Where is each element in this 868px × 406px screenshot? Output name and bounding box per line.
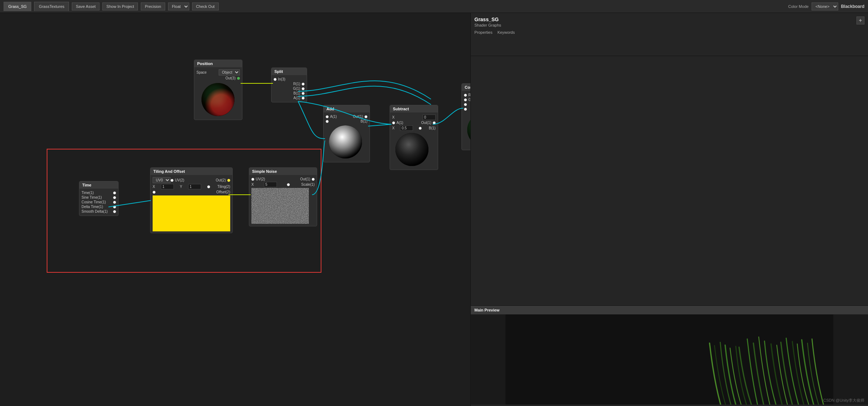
subtract-out-port[interactable] (433, 121, 436, 124)
split-r-port[interactable] (302, 83, 305, 86)
precision-button[interactable]: Precision (141, 3, 165, 10)
combine-r-row: R(1) RGB(3) (464, 93, 470, 97)
checkout-button[interactable]: Check Out (192, 3, 219, 10)
nav-links: Properties Keywords (474, 30, 864, 34)
split-g-row: G(1) (274, 87, 305, 91)
combine-a-row: A(1) (464, 107, 470, 111)
subtract-x-input[interactable] (423, 115, 436, 120)
split-node-body: In(3) R(1) G(1) B(1) A(1) (271, 75, 307, 102)
split-node-header: Split (271, 68, 307, 75)
svg-point-7 (395, 133, 428, 166)
right-panel-title: Grass_SG (474, 17, 864, 22)
split-r-row: R(1) (274, 82, 305, 86)
split-g-port[interactable] (302, 87, 305, 90)
subtract-x-label: X (392, 115, 395, 119)
position-space-select[interactable]: Object (219, 69, 240, 75)
split-a-row: A(1) (274, 96, 305, 100)
top-bar: Grass_SG GrassTextures Save Asset Show I… (0, 0, 868, 13)
subtract-node-body: X A(1) Out(1) X B(1) (390, 112, 438, 170)
subtract-x2-input[interactable] (400, 125, 413, 131)
svg-point-10 (467, 113, 470, 146)
save-asset-button[interactable]: Save Asset (72, 3, 99, 10)
float-select[interactable]: Float (168, 3, 189, 10)
right-panel: Grass_SG Shader Graphs + Properties Keyw… (470, 13, 868, 406)
subtract-x2-row: X B(1) (392, 125, 436, 131)
top-bar-right: Color Mode <None> Blackboard (788, 3, 864, 10)
position-output-row: Out(3) (196, 76, 240, 80)
combine-g-row: G(1) RG(2) (464, 98, 470, 102)
subtract-x-row: X (392, 115, 436, 120)
combine-r-port[interactable] (464, 94, 467, 97)
position-node-header: Position (194, 60, 242, 67)
keywords-link[interactable]: Keywords (497, 30, 515, 34)
combine-a-port[interactable] (464, 108, 467, 111)
split-node[interactable]: Split In(3) R(1) G(1) B(1) (271, 68, 307, 102)
combine-g-port[interactable] (464, 98, 467, 101)
svg-point-3 (201, 83, 235, 116)
subtract-x2-label: X (392, 126, 395, 130)
main-preview: Main Preview (471, 305, 868, 406)
subtract-a-row: A(1) Out(1) (392, 121, 436, 125)
add-node-body: A(1) Out(1) B(1) (324, 112, 370, 162)
combine-b-port[interactable] (464, 103, 467, 106)
split-b-row: B(1) (274, 91, 305, 95)
position-out-port[interactable] (237, 77, 240, 80)
position-node-body: Space Object Out(3) (194, 67, 242, 120)
selection-box (47, 149, 321, 273)
split-a-port[interactable] (302, 97, 305, 100)
color-mode-select[interactable]: <None> (812, 3, 838, 10)
preview-content (471, 314, 868, 405)
position-space-row: Space Object (196, 69, 240, 75)
tab-grass-textures[interactable]: GrassTextures (34, 2, 69, 11)
combine-node-main[interactable]: Combine R(1) RGB(3) G(1) RG(2) B(1) (461, 83, 470, 150)
add-node[interactable]: Add A(1) Out(1) B(1) (323, 105, 370, 162)
split-in-row: In(3) (274, 77, 305, 81)
properties-link[interactable]: Properties (474, 30, 492, 34)
subtract-a-port[interactable] (392, 121, 395, 124)
subtract-node[interactable]: Subtract X A(1) Out(1) X B(1) (390, 105, 438, 170)
combine-node-main-body: R(1) RGB(3) G(1) RG(2) B(1) A(1) (462, 91, 470, 150)
split-in-port[interactable] (274, 78, 277, 81)
grass-preview-svg (471, 314, 868, 405)
add-out-port[interactable] (365, 115, 367, 118)
split-b-port[interactable] (302, 92, 305, 95)
color-mode-label: Color Mode (788, 4, 809, 9)
svg-point-5 (329, 125, 362, 158)
combine-node-main-header: Combine (462, 84, 470, 91)
add-b-port[interactable] (326, 120, 329, 123)
add-b-row: B(1) (326, 119, 367, 123)
combine-b-row: B(1) (464, 102, 470, 106)
position-node[interactable]: Position Space Object Out(3) (194, 60, 242, 120)
show-in-project-button[interactable]: Show In Project (102, 3, 138, 10)
add-node-header: Add (324, 105, 370, 112)
subtract-node-header: Subtract (390, 105, 438, 112)
shader-graphs-label: Shader Graphs (474, 23, 864, 27)
canvas-area[interactable]: Position Space Object Out(3) (0, 13, 470, 406)
watermark: CSDN @Unity李大俊师 (823, 398, 864, 403)
tab-grass-sg[interactable]: Grass_SG (4, 2, 31, 11)
blackboard-label[interactable]: Blackboard (841, 4, 864, 9)
add-a-port[interactable] (326, 115, 329, 118)
subtract-b-port[interactable] (419, 127, 422, 130)
main-preview-header: Main Preview (471, 306, 868, 314)
right-panel-header: Grass_SG Shader Graphs + Properties Keyw… (471, 13, 868, 56)
add-button[interactable]: + (857, 17, 864, 24)
add-a-row: A(1) Out(1) (326, 115, 367, 119)
position-preview (196, 82, 240, 118)
